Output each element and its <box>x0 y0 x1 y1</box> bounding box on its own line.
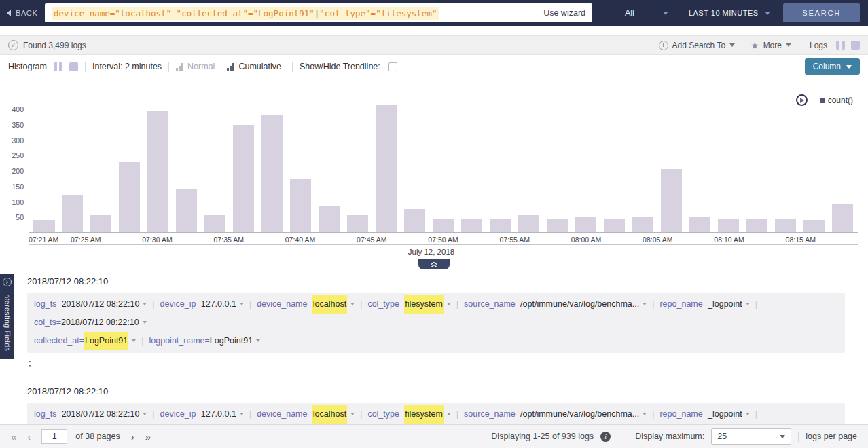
histogram-bar[interactable] <box>461 219 482 232</box>
log-field-device_name[interactable]: device_name=localhost <box>257 295 355 314</box>
log-field-col_ts[interactable]: col_ts=2018/07/12 08:22:10 <box>34 314 147 332</box>
histogram-bar[interactable] <box>689 217 710 232</box>
log-field-log_ts[interactable]: log_ts=2018/07/12 08:22:10 <box>34 405 147 424</box>
separator <box>798 432 799 442</box>
back-button[interactable]: BACK <box>7 9 45 17</box>
search-button[interactable]: SEARCH <box>783 3 860 22</box>
field-name: log_ts= <box>34 295 62 314</box>
bar-slot <box>543 97 571 232</box>
log-field-col_type[interactable]: col_type=filesystem <box>367 295 450 314</box>
histogram-bar[interactable] <box>62 195 83 232</box>
pagination-bar: « ‹ of 38 pages › » Displaying 1-25 of 9… <box>0 424 868 448</box>
field-value: 127.0.0.1 <box>201 405 236 424</box>
x-tick-label: 08:10 AM <box>714 236 744 244</box>
histogram-bar[interactable] <box>832 204 853 232</box>
bar-slot <box>173 97 201 232</box>
histogram-bar[interactable] <box>575 217 596 232</box>
info-icon[interactable]: i <box>600 432 611 442</box>
scope-dropdown[interactable]: All <box>625 8 668 18</box>
x-axis: 07:21 AM07:25 AM07:30 AM07:35 AM07:40 AM… <box>29 233 858 245</box>
bar-slot <box>401 97 429 232</box>
histogram-bar[interactable] <box>176 189 197 232</box>
search-query-input[interactable]: device_name="localhost" "collected_at"="… <box>52 7 439 20</box>
histogram-bar[interactable] <box>547 219 568 232</box>
histogram-bar[interactable] <box>90 215 111 232</box>
query-segment: device_name="localhost" "collected_at"="… <box>54 8 314 18</box>
log-field-col_type[interactable]: col_type=filesystem <box>367 405 450 424</box>
histogram-bar[interactable] <box>319 206 340 232</box>
add-search-to-dropdown[interactable]: + Add Search To <box>659 41 736 50</box>
normal-label: Normal <box>187 62 215 71</box>
histogram-bar[interactable] <box>490 219 511 232</box>
chevron-down-icon <box>786 43 791 47</box>
log-field-col_ts[interactable]: col_ts=2018/07/12 08:22:10 <box>34 424 147 425</box>
log-field-repo_name[interactable]: repo_name=_logpoint <box>659 405 749 424</box>
histogram-bar[interactable] <box>803 220 825 232</box>
histogram-full-view-button[interactable] <box>69 62 78 71</box>
histogram-bar[interactable] <box>233 125 254 232</box>
chevron-down-icon <box>132 339 136 342</box>
log-field-source_name[interactable]: source_name=/opt/immune/var/log/benchma.… <box>464 405 647 424</box>
normal-mode-toggle[interactable]: Normal <box>176 62 215 71</box>
display-maximum-label: Display maximum: <box>635 432 704 441</box>
query-segment: "col_type"="filesystem" <box>319 8 437 18</box>
histogram-bar[interactable] <box>347 215 368 232</box>
log-rows: 2018/07/12 08:22:10log_ts=2018/07/12 08:… <box>27 276 845 424</box>
pagination-right: Displaying 1-25 of 939 logs i Display ma… <box>491 428 857 445</box>
log-timestamp: 2018/07/12 08:22:10 <box>27 276 845 286</box>
bar-slot <box>771 97 799 232</box>
page-input[interactable] <box>41 429 67 444</box>
histogram-bar[interactable] <box>290 179 311 232</box>
histogram-bar[interactable] <box>404 209 425 232</box>
histogram-bar[interactable] <box>147 111 168 232</box>
histogram-bar[interactable] <box>604 219 625 232</box>
use-wizard-link[interactable]: Use wizard <box>543 8 585 18</box>
chevron-down-icon <box>447 413 451 415</box>
log-field-device_name[interactable]: device_name=localhost <box>257 405 355 424</box>
top-bar: BACK device_name="localhost" "collected_… <box>0 0 868 26</box>
histogram-split-view-button[interactable] <box>54 62 62 71</box>
logpoint-search-app: BACK device_name="localhost" "collected_… <box>0 0 868 448</box>
collapse-histogram-button[interactable] <box>418 259 450 269</box>
histogram-bar[interactable] <box>119 162 140 232</box>
histogram-bar[interactable] <box>204 215 225 232</box>
histogram-toolbar: Histogram Interval: 2 minutes Normal Cum… <box>0 55 868 78</box>
histogram-bar[interactable] <box>718 219 739 232</box>
more-dropdown[interactable]: ★ More <box>751 40 791 51</box>
log-field-collected_at[interactable]: collected_at=LogPoint91 <box>34 332 136 350</box>
prev-page-button[interactable]: ‹ <box>27 431 31 443</box>
logs-compact-view-button[interactable] <box>851 41 860 50</box>
expand-arrow-icon: › <box>3 278 12 286</box>
histogram-bar[interactable] <box>746 219 767 232</box>
bar-slot <box>30 97 58 232</box>
first-page-button[interactable]: « <box>11 431 16 443</box>
histogram-bar[interactable] <box>661 169 682 232</box>
log-field-repo_name[interactable]: repo_name=_logpoint <box>659 295 749 314</box>
histogram-bar[interactable] <box>632 217 653 232</box>
more-label: More <box>763 41 782 50</box>
histogram-bar[interactable] <box>433 219 454 232</box>
logs-detailed-view-button[interactable] <box>836 41 845 50</box>
histogram-bar[interactable] <box>775 219 796 232</box>
last-page-button[interactable]: » <box>145 431 151 443</box>
histogram-bar[interactable] <box>376 105 397 232</box>
next-page-button[interactable]: › <box>131 431 134 443</box>
cumulative-mode-toggle[interactable]: Cumulative <box>227 62 281 71</box>
log-field-source_name[interactable]: source_name=/opt/immune/var/log/benchma.… <box>464 295 647 314</box>
display-maximum-select[interactable]: 25 <box>711 428 791 445</box>
histogram-bar[interactable] <box>33 220 54 232</box>
chart-type-dropdown[interactable]: Column <box>805 58 860 75</box>
log-field-logpoint_name[interactable]: logpoint_name=LogPoint91 <box>149 332 261 350</box>
log-field-device_ip[interactable]: device_ip=127.0.0.1 <box>160 405 244 424</box>
histogram-bar[interactable] <box>518 215 539 232</box>
histogram-bar[interactable] <box>261 115 283 232</box>
time-range-dropdown[interactable]: LAST 10 MINUTES <box>689 9 770 17</box>
log-timestamp: 2018/07/12 08:22:10 <box>27 386 845 396</box>
log-field-device_ip[interactable]: device_ip=127.0.0.1 <box>160 295 244 314</box>
chart-logs-divider <box>0 259 868 269</box>
interesting-fields-tab[interactable]: › Interesting Fields <box>0 274 14 359</box>
log-field-log_ts[interactable]: log_ts=2018/07/12 08:22:10 <box>34 295 147 314</box>
field-value: 127.0.0.1 <box>201 295 236 314</box>
trendline-checkbox[interactable] <box>388 62 397 71</box>
add-search-to-label: Add Search To <box>672 41 726 50</box>
